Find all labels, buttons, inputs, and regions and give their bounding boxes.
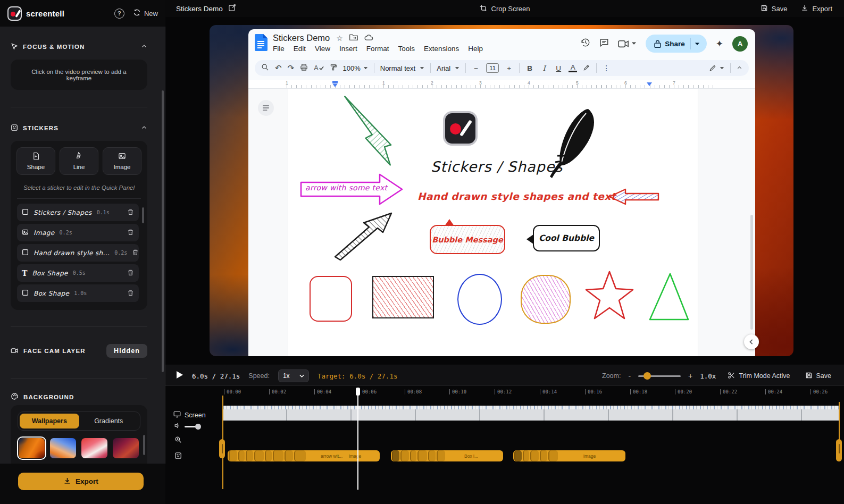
sticker-list-item[interactable]: Box Shape 1.0s	[17, 284, 139, 302]
font-select[interactable]: Arial	[437, 64, 459, 72]
cloud-status-icon[interactable]	[364, 33, 373, 43]
more-options-icon[interactable]: ⋮	[603, 64, 610, 72]
screen-track-clip[interactable]	[223, 406, 840, 421]
add-line-button[interactable]: Line	[60, 147, 98, 175]
font-size-decrease[interactable]: −	[472, 64, 480, 72]
move-folder-icon[interactable]	[349, 33, 358, 43]
save-project-button[interactable]: Save	[761, 4, 788, 13]
bold-button[interactable]: B	[525, 64, 534, 72]
trash-icon[interactable]	[127, 208, 134, 217]
underline-button[interactable]: U	[554, 64, 563, 72]
menu-file[interactable]: File	[273, 45, 285, 53]
meet-button[interactable]	[618, 40, 637, 48]
crop-screen-button[interactable]: Crop Screen	[480, 4, 530, 13]
sticker-list-item[interactable]: Stickers / Shapes 0.1s	[17, 204, 139, 221]
zoom-select[interactable]: 100%	[343, 64, 368, 72]
left-indent-marker[interactable]	[332, 83, 338, 87]
print-icon[interactable]	[300, 63, 308, 73]
menu-format[interactable]: Format	[366, 45, 389, 53]
sticker-list-item[interactable]: Image 0.2s	[17, 224, 139, 241]
docs-scrollbar[interactable]	[750, 215, 753, 330]
undo-icon[interactable]: ↶	[275, 63, 282, 73]
zoom-in-button[interactable]: +	[688, 372, 692, 380]
text-color-button[interactable]: A	[569, 64, 577, 72]
volume-control[interactable]	[174, 422, 198, 431]
highlight-button[interactable]	[583, 64, 590, 73]
export-video-button[interactable]: Export	[18, 473, 144, 490]
add-image-button[interactable]: Image	[103, 147, 141, 175]
trim-start-handle[interactable]	[219, 439, 225, 458]
menu-insert[interactable]: Insert	[339, 45, 357, 53]
menu-tools[interactable]: Tools	[398, 45, 415, 53]
gemini-sparkle-icon[interactable]: ✦	[716, 38, 723, 49]
bubble-message-sticker[interactable]: Bubble Message	[430, 225, 505, 254]
sidebar-scrollbar[interactable]	[162, 90, 164, 372]
ellipse-shape[interactable]	[457, 274, 502, 325]
menu-view[interactable]: View	[315, 45, 330, 53]
volume-slider[interactable]	[185, 426, 198, 427]
indent-marker[interactable]	[332, 81, 338, 83]
wallpaper-thumb-selected[interactable]	[19, 438, 45, 458]
trash-icon[interactable]	[127, 289, 134, 298]
redo-icon[interactable]: ↷	[288, 63, 295, 73]
edit-title-icon[interactable]	[228, 4, 236, 13]
trash-icon[interactable]	[127, 228, 134, 238]
help-icon[interactable]: ?	[114, 9, 124, 19]
menu-edit[interactable]: Edit	[294, 45, 306, 53]
sticker-clip-group[interactable]: Box i...	[391, 450, 503, 461]
video-preview-stage[interactable]: Stickers Demo ☆ File Edit View Insert Fo…	[165, 17, 844, 365]
cool-bubble-sticker[interactable]: Cool Bubble	[533, 225, 600, 251]
document-page[interactable]: Stickers / Shapes arrow with some text H…	[288, 89, 698, 356]
triangle-shape[interactable]	[646, 272, 691, 322]
chevron-up-icon[interactable]	[141, 43, 147, 51]
share-dropdown-icon[interactable]	[691, 39, 704, 48]
spellcheck-icon[interactable]: A	[314, 64, 323, 72]
share-button[interactable]: Share	[646, 35, 707, 53]
menu-help[interactable]: Help	[468, 45, 483, 53]
sticker-clip-group[interactable]: image	[513, 450, 625, 461]
search-icon[interactable]	[261, 63, 269, 73]
paragraph-style-select[interactable]: Normal text	[380, 64, 424, 72]
wallpaper-thumb[interactable]	[81, 438, 107, 458]
tab-wallpapers[interactable]: Wallpapers	[20, 414, 79, 429]
trash-icon[interactable]	[132, 248, 139, 258]
volume-knob[interactable]	[195, 424, 201, 430]
hatched-rect-shape[interactable]	[372, 276, 434, 318]
collapse-toolbar-icon[interactable]	[737, 64, 742, 72]
black-arrow-sticker[interactable]	[332, 210, 396, 261]
sticker-list-item[interactable]: T Box Shape 0.5s	[17, 264, 139, 282]
font-size-increase[interactable]: +	[505, 64, 513, 72]
star-shape[interactable]	[584, 270, 635, 323]
trash-icon[interactable]	[127, 268, 134, 278]
menu-extensions[interactable]: Extensions	[424, 45, 459, 53]
editing-mode-select[interactable]	[709, 64, 724, 72]
version-history-icon[interactable]	[581, 38, 590, 49]
new-project-button[interactable]: New	[133, 9, 158, 18]
background-scrollbar[interactable]	[143, 435, 145, 455]
comments-icon[interactable]	[599, 38, 609, 49]
paint-format-icon[interactable]	[330, 63, 337, 73]
play-button[interactable]	[176, 371, 183, 381]
hatched-blob-shape[interactable]	[521, 275, 571, 324]
zoom-out-button[interactable]: -	[628, 372, 631, 380]
right-indent-marker[interactable]	[647, 82, 652, 86]
timeline-save-button[interactable]: Save	[805, 372, 832, 381]
timeline-area[interactable]: 00:00 00:02 00:04 00:06 00:08 00:10 00:1…	[165, 386, 844, 504]
account-avatar[interactable]: A	[732, 36, 748, 52]
chevron-up-icon[interactable]	[141, 124, 147, 132]
speed-select[interactable]: 1x	[278, 369, 309, 382]
zoom-slider-knob[interactable]	[644, 372, 651, 380]
playhead[interactable]	[357, 388, 358, 490]
sticker-list-scrollbar[interactable]	[142, 207, 144, 223]
font-size-input[interactable]: 11	[486, 63, 499, 73]
left-arrow-sticker[interactable]	[607, 187, 661, 206]
zoom-slider[interactable]	[638, 375, 681, 377]
sticker-list-item[interactable]: Hand drawn style sh... 0.2s	[17, 244, 139, 262]
italic-button[interactable]: I	[540, 64, 548, 72]
docs-doc-title[interactable]: Stickers Demo	[273, 33, 330, 43]
document-outline-button[interactable]	[258, 100, 274, 116]
rounded-rect-shape[interactable]	[310, 276, 352, 322]
trim-mode-button[interactable]: Trim Mode Active	[728, 372, 790, 381]
export-project-button[interactable]: Export	[801, 4, 832, 13]
green-arrow-sticker[interactable]	[339, 94, 398, 169]
